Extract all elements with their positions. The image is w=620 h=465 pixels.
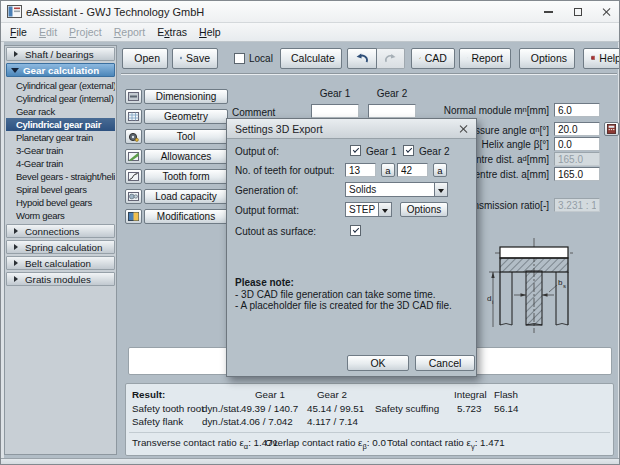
menu-extras[interactable]: Extras [151, 24, 193, 40]
comment-gear1-input[interactable] [311, 104, 359, 118]
undo-button[interactable] [347, 48, 377, 69]
sidebar-section-belt-calculation[interactable]: Belt calculation [6, 256, 115, 270]
report-button[interactable]: Report [459, 48, 511, 69]
normal-module-input[interactable] [554, 103, 600, 117]
result-divider [129, 432, 610, 433]
sidebar-item-4-gear-train[interactable]: 4-Gear train [6, 157, 115, 170]
geometry-icon [128, 112, 139, 121]
close-button[interactable] [592, 1, 620, 23]
open-button[interactable]: Open [122, 48, 168, 69]
format-selected-value: STEP [346, 203, 378, 216]
ok-button[interactable]: OK [347, 355, 409, 371]
total-contact-ratio: Total contact ratio εγ: 1.471 [387, 437, 505, 451]
generation-selected-value: Solids [346, 183, 434, 196]
output-format-dropdown[interactable]: STEP [345, 202, 392, 217]
teeth-gear1-input[interactable] [345, 163, 376, 177]
app-icon [7, 5, 22, 18]
nav-geometry-icon-button[interactable] [125, 109, 142, 124]
maximize-icon [574, 8, 582, 16]
gear1-output-checkbox[interactable] [350, 145, 361, 156]
nav-modifications-icon-button[interactable] [125, 209, 142, 224]
menu-help[interactable]: Help [193, 24, 227, 40]
sidebar-section-gear-calculation[interactable]: Gear calculation [6, 63, 115, 77]
menu-report: Report [108, 24, 152, 40]
sidebar-item-bevel-gears[interactable]: Bevel gears - straight/helical [6, 170, 115, 183]
local-checkbox-group[interactable]: Local [234, 53, 273, 64]
nav-load-capacity-button[interactable]: Load capacity [144, 189, 228, 204]
dialog-close-icon[interactable] [458, 124, 468, 134]
teeth-gear1-a-button[interactable]: a [381, 163, 395, 177]
working-centre-dist-input[interactable] [554, 167, 600, 181]
collapsed-arrow-icon [14, 276, 21, 282]
title-bar: eAssistant - GWJ Technology GmbH [1, 1, 620, 23]
format-options-button[interactable]: Options [400, 202, 448, 217]
sidebar-item-3-gear-train[interactable]: 3-Gear train [6, 144, 115, 157]
nav-allowances-button[interactable]: Allowances [144, 149, 228, 164]
minimize-button[interactable] [534, 1, 563, 23]
nav-load-capacity-icon-button[interactable] [125, 189, 142, 204]
save-floppy-icon [180, 52, 182, 64]
save-button[interactable]: Save [172, 48, 218, 69]
expanded-arrow-icon [11, 68, 19, 77]
result-col-gear1: Gear 1 [255, 389, 285, 400]
maximize-button[interactable] [563, 1, 592, 23]
result-col-gear2: Gear 2 [317, 389, 347, 400]
sidebar-section-shaft-bearings[interactable]: Shaft / bearings [6, 47, 115, 61]
pressure-angle-input[interactable] [554, 122, 600, 136]
comment-gear2-input[interactable] [368, 104, 416, 118]
nav-tooth-form-icon-button[interactable] [125, 169, 142, 184]
tool-icon [128, 132, 139, 142]
teeth-gear2-a-button[interactable]: a [433, 163, 447, 177]
nav-modifications-button[interactable]: Modifications [144, 209, 228, 224]
sidebar-item-hypoid-bevel-gears[interactable]: Hypoid bevel gears [6, 196, 115, 209]
pressure-angle-calc-button[interactable] [604, 122, 619, 136]
cutout-checkbox[interactable] [350, 225, 361, 236]
sidebar-item-planetary-gear-train[interactable]: Planetary gear train [6, 131, 115, 144]
dialog-title-bar: Settings 3D Export [227, 119, 476, 139]
nav-tooth-form-button[interactable]: Tooth form [144, 169, 228, 184]
toolbar-divider [121, 73, 617, 75]
local-checkbox[interactable] [234, 53, 245, 64]
sidebar-item-cylindrical-gear-pair[interactable]: Cylindrical gear pair [6, 118, 115, 131]
generation-dropdown[interactable]: Solids [345, 182, 448, 197]
sidebar-section-connections[interactable]: Connections [6, 224, 115, 238]
nav-tool-icon-button[interactable] [125, 129, 142, 144]
main-toolbar: Open Save Local Calculate CAD Report [122, 46, 617, 70]
gear1-checkbox-label: Gear 1 [366, 146, 397, 157]
undo-arrow-icon [355, 53, 369, 64]
sidebar-item-gear-rack[interactable]: Gear rack [6, 105, 115, 118]
nav-dimensioning-icon-button[interactable] [125, 89, 142, 104]
dimensioning-icon [128, 92, 139, 101]
nav-geometry-button[interactable]: Geometry [144, 109, 228, 124]
teeth-for-output-label: No. of teeth for output: [235, 165, 335, 176]
close-icon [602, 7, 612, 17]
menu-file[interactable]: File [4, 24, 33, 40]
gear2-checkbox-label: Gear 2 [419, 146, 450, 157]
teeth-gear2-input[interactable] [397, 163, 428, 177]
nav-allowances-icon-button[interactable] [125, 149, 142, 164]
sidebar-item-cylindrical-gear-internal[interactable]: Cylindrical gear (internal) [6, 92, 115, 105]
transverse-contact-ratio: Transverse contact ratio εα: 1.471 [132, 437, 278, 451]
helix-angle-input[interactable] [554, 137, 600, 151]
result-row-gear1-value: 49.39 / 140.7 [241, 403, 298, 414]
window-title: eAssistant - GWJ Technology GmbH [26, 6, 204, 18]
nav-tool-button[interactable]: Tool [144, 129, 228, 144]
cancel-button[interactable]: Cancel [415, 355, 475, 371]
calculate-button[interactable]: Calculate [280, 48, 342, 69]
sidebar-section-spring-calculation[interactable]: Spring calculation [6, 240, 115, 254]
gear2-output-checkbox[interactable] [403, 145, 414, 156]
options-button[interactable]: Options [519, 48, 575, 69]
sidebar-section-gratis-modules[interactable]: Gratis modules [6, 272, 115, 286]
dropdown-arrow-icon[interactable] [434, 183, 447, 196]
sidebar-item-worm-gears[interactable]: Worm gears [6, 209, 115, 222]
cad-button[interactable]: CAD [411, 48, 455, 69]
sidebar-item-cylindrical-gear-external[interactable]: Cylindrical gear (external) [6, 79, 115, 92]
help-button[interactable]: Help [583, 48, 620, 69]
dropdown-arrow-icon[interactable] [378, 203, 391, 216]
result-row-gear1-value: 4.06 / 7.042 [241, 416, 293, 427]
check-icon [352, 226, 358, 232]
sidebar-item-spiral-bevel-gears[interactable]: Spiral bevel gears [6, 183, 115, 196]
nav-dimensioning-button[interactable]: Dimensioning [144, 89, 228, 104]
application-window: eAssistant - GWJ Technology GmbH File Ed… [0, 0, 620, 465]
standard-centre-dist-input [554, 152, 600, 166]
